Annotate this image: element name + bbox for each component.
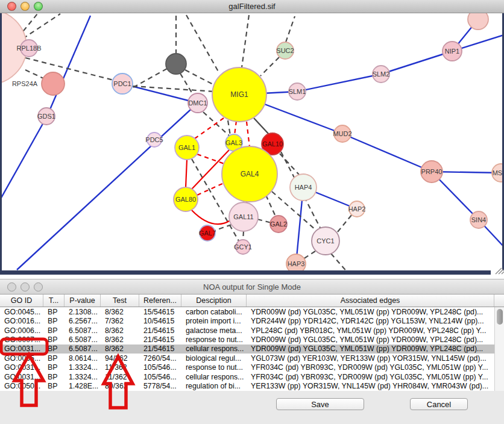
- network-edge[interactable]: [342, 134, 432, 172]
- cell: YPL248C (pd) YBR018C, YML051W (pp) YDR00…: [247, 326, 494, 335]
- column-header-associated-edges[interactable]: Associated edges: [247, 295, 494, 307]
- cell: 8/362: [101, 344, 139, 354]
- node-label: GAL2: [270, 220, 287, 228]
- scrollbar-thumb[interactable]: [497, 309, 503, 325]
- cell: 8/362: [101, 326, 139, 335]
- button-bar: Save Cancel: [0, 391, 504, 424]
- node-label: GAL10: [262, 140, 283, 148]
- table-row[interactable]: GO:0016...BP6.2567...7/36210/54615protei…: [0, 316, 494, 325]
- network-edge[interactable]: [266, 195, 276, 216]
- network-canvas[interactable]: RPL18BRPS24AGDS1PDC1DMC1MIG1SUC2SLM1SLM2…: [0, 13, 504, 275]
- column-header-referen[interactable]: Referen...: [139, 295, 181, 307]
- table-row[interactable]: GO:0031...BP1.3324...11/362105/546...cel…: [0, 372, 494, 381]
- node-label: SLM1: [289, 88, 306, 95]
- resize-grip-icon[interactable]: [496, 268, 502, 274]
- noa-window: NOA output for Single Mode GO IDT...P-va…: [0, 279, 504, 424]
- network-edge[interactable]: [286, 16, 295, 42]
- network-node[interactable]: [166, 54, 186, 74]
- network-edge[interactable]: [180, 73, 193, 95]
- network-edge[interactable]: [303, 251, 315, 259]
- node-label: GAL7: [199, 229, 216, 237]
- network-edge[interactable]: [23, 14, 60, 39]
- node-label: PDC5: [145, 136, 163, 143]
- table-row[interactable]: GO:0007...BP6.5087...8/36221/54615respon…: [0, 335, 494, 344]
- network-edge[interactable]: [242, 15, 249, 67]
- node-label: HAP2: [348, 205, 366, 213]
- cell: YGL073W (pd) YER103W, YER133W (pp) YOR31…: [247, 354, 494, 363]
- network-edge[interactable]: [381, 51, 452, 74]
- cell: 21/54615: [139, 344, 181, 354]
- network-edge[interactable]: [338, 214, 352, 232]
- network-edge[interactable]: [297, 74, 381, 92]
- node-label: RPS24A: [12, 80, 38, 87]
- cell: 21/54615: [139, 326, 181, 335]
- cell: 10/54615: [139, 316, 181, 325]
- network-edge[interactable]: [331, 254, 348, 273]
- cell: 105/546...: [139, 372, 181, 381]
- network-edge[interactable]: [214, 225, 232, 231]
- table-header: GO IDT...P-valueTestReferen...Desciption…: [0, 295, 504, 307]
- node-label: SIN4: [471, 216, 486, 223]
- node-label: SLM2: [373, 70, 390, 78]
- node-label: SUC2: [276, 47, 294, 54]
- network-node-rps24a[interactable]: [42, 72, 65, 95]
- column-header-go-id[interactable]: GO ID: [0, 295, 43, 307]
- canvas-border-left: [0, 13, 2, 275]
- network-edge[interactable]: [25, 70, 45, 79]
- node-label: HAP4: [295, 184, 312, 191]
- cell: YFR034C (pd) YBR093C, YDR009W (pd) YGL03…: [247, 363, 494, 372]
- cell: 1.428E...: [65, 382, 101, 391]
- cell: BP: [43, 307, 65, 316]
- node-label: GAL3: [225, 139, 242, 146]
- node-label: GAL80: [175, 196, 196, 203]
- network-edge[interactable]: [235, 121, 236, 135]
- network-edge[interactable]: [280, 154, 300, 175]
- column-header-test[interactable]: Test: [101, 295, 139, 307]
- cell: cellular respons...: [181, 344, 247, 354]
- resize-grip-icon[interactable]: [502, 272, 504, 274]
- vertical-scrollbar[interactable]: [494, 307, 504, 391]
- node-label: DMC1: [188, 99, 207, 107]
- node-label: GDS1: [37, 113, 55, 120]
- node-label: CYC1: [317, 237, 334, 245]
- cancel-button[interactable]: Cancel: [410, 398, 468, 410]
- network-edge[interactable]: [186, 15, 219, 73]
- column-header-desciption[interactable]: Desciption: [181, 295, 247, 307]
- network-node[interactable]: [468, 13, 488, 30]
- cell: BP: [43, 382, 65, 391]
- network-edge[interactable]: [260, 57, 279, 76]
- table-row[interactable]: GO:0065...BP8.0614...94/3627260/54...bio…: [0, 354, 494, 363]
- network-edge[interactable]: [133, 69, 167, 87]
- cell: 11/362: [101, 363, 139, 372]
- node-label: PRP40: [421, 168, 443, 175]
- network-edge[interactable]: [185, 70, 215, 86]
- network-edge[interactable]: [247, 122, 250, 147]
- network-edge[interactable]: [0, 116, 47, 200]
- table-row[interactable]: GO:0050...BP1.428E...80/3625778/54...reg…: [0, 382, 494, 391]
- network-edge[interactable]: [243, 231, 244, 240]
- save-button[interactable]: Save: [276, 398, 364, 410]
- cell: GO:0065...: [0, 354, 43, 363]
- cell: GO:0016...: [0, 316, 43, 325]
- column-header-p-value[interactable]: P-value: [65, 295, 101, 307]
- cell: 94/362: [101, 354, 139, 363]
- network-edge[interactable]: [195, 118, 224, 139]
- network-edge[interactable]: [25, 58, 113, 80]
- network-edge[interactable]: [186, 160, 187, 188]
- network-edge[interactable]: [257, 219, 271, 223]
- network-edge[interactable]: [47, 16, 90, 116]
- table-row[interactable]: GO:0045...BP2.1308...8/36215/54615carbon…: [0, 307, 494, 316]
- cell: 80/362: [101, 382, 139, 391]
- network-edge[interactable]: [197, 183, 224, 195]
- column-header-t[interactable]: T...: [43, 295, 65, 307]
- network-edge[interactable]: [254, 118, 269, 135]
- network-edge[interactable]: [17, 103, 198, 270]
- node-label: GAL1: [178, 144, 195, 151]
- node-label: HAP3: [288, 260, 305, 267]
- table-row[interactable]: GO:0006...BP6.5087...8/36221/54615galact…: [0, 326, 494, 335]
- cell: GO:0031...: [0, 372, 43, 381]
- cell: 6.5087...: [65, 326, 101, 335]
- network-edge[interactable]: [192, 210, 230, 224]
- table-row[interactable]: GO:0031...BP6.5087...8/36221/54615cellul…: [0, 344, 494, 354]
- table-row[interactable]: GO:0031...BP1.3324...11/362105/546...res…: [0, 363, 494, 372]
